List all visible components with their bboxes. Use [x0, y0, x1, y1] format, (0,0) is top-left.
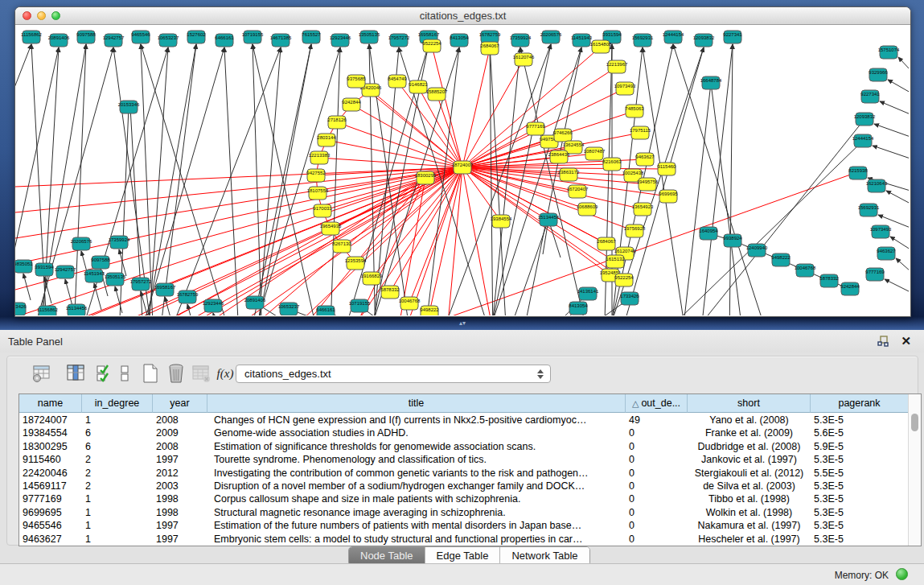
column-header-year[interactable]: year — [153, 394, 207, 413]
graph-node[interactable]: 15885207 — [426, 88, 448, 101]
graph-node[interactable]: 18300295 — [415, 171, 437, 184]
graph-node[interactable]: 19654935 — [320, 222, 342, 235]
hub-graph-node[interactable]: 18724007 — [452, 161, 474, 174]
graph-node[interactable]: 10653237 — [278, 303, 300, 315]
graph-node[interactable]: 5878332 — [380, 286, 400, 299]
table-cell-title[interactable]: Corpus callosum shape and size in male p… — [207, 492, 626, 505]
graph-node[interactable]: 9170031 — [313, 204, 332, 217]
table-cell-short[interactable]: Franke et al. (2009) — [688, 426, 811, 439]
graph-node[interactable]: 9522254 — [422, 39, 441, 52]
column-settings-icon[interactable] — [31, 363, 52, 384]
graph-node[interactable]: 2803144 — [317, 134, 336, 146]
graph-node[interactable]: 19384554 — [491, 215, 512, 228]
table-cell-year[interactable]: 1998 — [153, 492, 207, 505]
table-cell-pagerank[interactable]: 5.3E-5 — [811, 480, 909, 492]
table-cell-out_de[interactable]: 0 — [626, 519, 688, 532]
graph-node[interactable]: 9242844 — [840, 282, 860, 295]
table-row[interactable]: 977716911998Corpus callosum shape and si… — [19, 492, 909, 505]
graph-node[interactable]: 20206576 — [71, 237, 92, 250]
graph-node[interactable]: 20891406 — [244, 296, 266, 309]
table-cell-pagerank[interactable]: 5.3E-5 — [811, 492, 909, 505]
table-cell-out_de[interactable]: 0 — [626, 492, 688, 505]
delete-column-icon[interactable] — [166, 363, 187, 384]
table-cell-title[interactable]: Investigating the contribution of common… — [207, 467, 626, 480]
table-cell-short[interactable]: Hescheler et al. (1997) — [688, 533, 811, 546]
table-cell-name[interactable]: 18724007 — [19, 414, 82, 426]
graph-node[interactable]: 19495756 — [637, 178, 659, 191]
graph-node[interactable]: 12213383 — [309, 151, 331, 164]
column-header-out_de[interactable]: △out_de... — [626, 394, 688, 413]
table-cell-in_degree[interactable]: 2 — [82, 467, 153, 480]
table-cell-title[interactable]: Estimation of significance thresholds fo… — [207, 440, 626, 453]
graph-node[interactable]: 19166829 — [361, 272, 383, 285]
graph-node[interactable]: 16210643 — [866, 179, 888, 192]
table-cell-out_de[interactable]: 0 — [626, 426, 688, 439]
table-cell-year[interactable]: 2012 — [153, 467, 207, 480]
graph-node[interactable]: 12942757 — [55, 266, 76, 278]
vertical-scrollbar[interactable] — [908, 394, 921, 546]
graph-node[interactable]: 9427552 — [306, 169, 326, 182]
graph-node[interactable]: 10046768 — [795, 264, 816, 277]
table-cell-pagerank[interactable]: 5.6E-5 — [811, 426, 909, 439]
graph-node[interactable]: 17957272 — [388, 34, 410, 47]
table-cell-in_degree[interactable]: 6 — [82, 440, 153, 453]
table-cell-year[interactable]: 2008 — [153, 414, 207, 426]
graph-node[interactable]: 6466161 — [316, 306, 335, 315]
graph-node[interactable]: 17359924 — [109, 236, 130, 249]
graph-node[interactable]: 12942757 — [103, 34, 125, 47]
table-cell-pagerank[interactable]: 5.5E-5 — [811, 467, 909, 480]
column-visibility-icon[interactable] — [65, 363, 86, 384]
table-cell-year[interactable]: 1997 — [153, 533, 207, 546]
graph-node[interactable]: 1640954 — [699, 227, 718, 240]
table-row[interactable]: 946554611997Estimation of the future num… — [19, 519, 909, 532]
graph-node[interactable]: 11451943 — [84, 270, 105, 282]
table-cell-title[interactable]: Disruption of a novel member of a sodium… — [207, 480, 626, 492]
graph-node[interactable]: 12213967 — [606, 60, 628, 73]
table-cell-out_de[interactable]: 0 — [626, 533, 688, 546]
graph-node[interactable]: 9463627 — [877, 247, 896, 260]
graph-node[interactable]: 23863172 — [558, 168, 580, 181]
table-cell-short[interactable]: Stergiakouli et al. (2012) — [688, 467, 811, 480]
close-panel-icon[interactable]: ✕ — [901, 334, 911, 348]
scrollbar-thumb[interactable] — [911, 414, 918, 431]
column-header-title[interactable]: title — [207, 394, 626, 413]
graph-node[interactable]: 7615527 — [302, 31, 321, 43]
graph-node[interactable]: 1527602 — [187, 31, 206, 43]
table-cell-out_de[interactable]: 0 — [626, 480, 688, 492]
graph-node[interactable]: 14136141 — [577, 287, 599, 300]
graph-node[interactable]: 23864436 — [548, 150, 570, 163]
table-row[interactable]: 911546021997Tourette syndrome. Phenomeno… — [19, 453, 909, 466]
table-cell-out_de[interactable]: 0 — [626, 506, 688, 519]
table-cell-in_degree[interactable]: 2 — [82, 480, 153, 492]
new-column-icon[interactable] — [140, 363, 161, 384]
graph-node[interactable]: 10719155 — [349, 299, 371, 312]
column-header-short[interactable]: short — [688, 394, 811, 413]
network-view-canvas[interactable]: 1115686220891406909758812942757946554610… — [15, 25, 909, 315]
graph-node[interactable]: 1733426 — [15, 303, 27, 315]
table-cell-short[interactable]: de Silva et al. (2003) — [688, 480, 811, 492]
graph-node[interactable]: 12409940 — [746, 244, 768, 257]
graph-node[interactable]: 9522254 — [614, 274, 634, 286]
graph-node[interactable]: 9465546 — [131, 31, 150, 43]
graph-node[interactable]: 20206576 — [540, 31, 562, 43]
graph-node[interactable]: 1615132 — [606, 255, 625, 268]
table-cell-year[interactable]: 1997 — [153, 519, 207, 532]
graph-node[interactable]: 9242844 — [342, 98, 361, 111]
graph-node[interactable]: 15692931 — [858, 204, 880, 216]
table-row[interactable]: 1938455462009Genome-wide association stu… — [19, 426, 909, 439]
graph-node[interactable]: 9777169 — [865, 268, 885, 281]
table-cell-in_degree[interactable]: 1 — [82, 533, 153, 546]
table-cell-short[interactable]: Dudbridge et al. (2008) — [688, 440, 811, 453]
table-cell-title[interactable]: Tourette syndrome. Phenomenology and cla… — [207, 453, 626, 466]
graph-node[interactable]: 12093832 — [854, 113, 876, 126]
graph-node[interactable]: 17359924 — [510, 34, 532, 47]
graph-node[interactable]: 10653237 — [158, 34, 179, 47]
table-cell-name[interactable]: 14569117 — [19, 480, 82, 492]
graph-node[interactable]: 9498222 — [420, 306, 439, 315]
table-cell-title[interactable]: Embryonic stem cells: a model to study s… — [207, 533, 626, 546]
graph-node[interactable]: 19756928 — [624, 225, 646, 237]
table-cell-title[interactable]: Structural magnetic resonance image aver… — [207, 506, 626, 519]
table-cell-short[interactable]: Nakamura et al. (1997) — [688, 519, 811, 532]
table-cell-name[interactable]: 9115460 — [19, 453, 82, 466]
table-cell-year[interactable]: 2008 — [153, 440, 207, 453]
